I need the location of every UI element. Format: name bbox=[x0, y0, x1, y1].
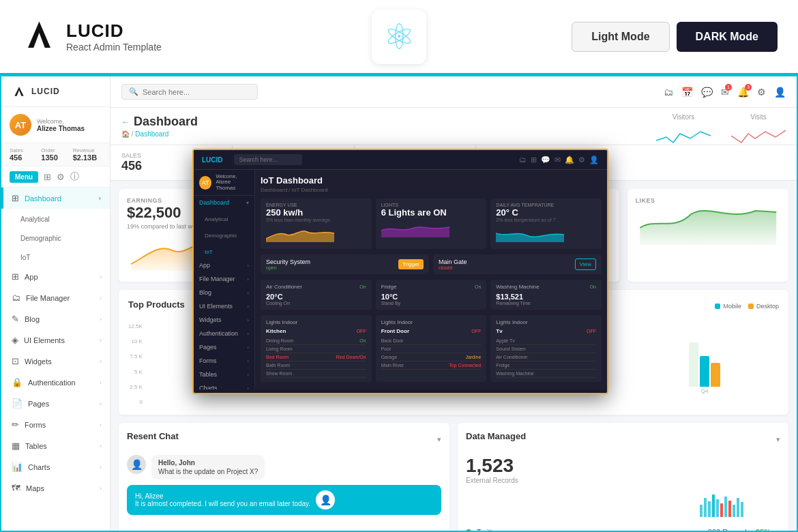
security-system-label: Security System bbox=[266, 258, 310, 265]
sidebar-item-tables[interactable]: ▦ Tables › bbox=[1, 435, 110, 456]
settings-icon[interactable]: ⚙ bbox=[757, 87, 766, 98]
kitchen-toggle[interactable]: OFF bbox=[357, 329, 366, 334]
washing-header: Washing Machine On bbox=[496, 284, 596, 290]
iot-nav-pages[interactable]: Pages › bbox=[194, 340, 254, 354]
dashboard-icon: ⊞ bbox=[12, 193, 19, 203]
sidebar-item-iot[interactable]: IoT bbox=[1, 247, 110, 266]
bell-icon[interactable]: 🔔3 bbox=[737, 87, 749, 98]
ui-elements-label: UI Elements bbox=[24, 336, 65, 344]
iot-nav-authentication[interactable]: Authentication › bbox=[194, 327, 254, 340]
iot-light-bed: Bed Room Red Down/On bbox=[266, 353, 366, 361]
svg-rect-2 bbox=[704, 498, 707, 517]
main-river: Main River bbox=[381, 363, 404, 368]
welcome-text: Welcome, bbox=[37, 118, 85, 125]
iot-grid-icon[interactable]: ⊞ bbox=[531, 156, 537, 164]
front-door-toggle[interactable]: OFF bbox=[471, 329, 481, 334]
sidebar-item-file-manager[interactable]: 🗂 File Manager › bbox=[1, 287, 110, 308]
iot-light-pool: Pool bbox=[381, 345, 482, 353]
calendar-icon[interactable]: 📅 bbox=[681, 87, 693, 98]
iot-stat-temperature: DAILY AVG TEMPRATURE 20° C 2% less tempe… bbox=[490, 198, 602, 249]
iot-nav-iot[interactable]: IoT bbox=[194, 242, 254, 258]
sidebar-item-pages[interactable]: 📄 Pages › bbox=[1, 393, 110, 414]
iot-nav-widgets[interactable]: Widgets › bbox=[194, 313, 254, 327]
iot-nav-charts[interactable]: Charts › bbox=[194, 381, 254, 389]
avatar: AT bbox=[10, 114, 31, 136]
iot-charts-label: Charts bbox=[199, 385, 218, 389]
svg-rect-8 bbox=[728, 501, 731, 517]
search-input[interactable] bbox=[143, 88, 250, 96]
iot-nav-dashboard[interactable]: Dashboard ▾ bbox=[194, 196, 254, 209]
menu-button[interactable]: Menu bbox=[10, 171, 38, 183]
iot-settings-icon[interactable]: ⚙ bbox=[578, 156, 585, 164]
sidebar-item-authentication[interactable]: 🔒 Authentication › bbox=[1, 372, 110, 393]
grid-icon[interactable]: ⊞ bbox=[44, 172, 51, 182]
iot-light-apple-tv: Apple Tv bbox=[496, 337, 596, 345]
user-icon[interactable]: 👤 bbox=[774, 87, 786, 98]
sidebar-user: AT Welcome, Alizee Thomas bbox=[1, 107, 110, 143]
iot-nav-blog[interactable]: Blog › bbox=[194, 286, 254, 299]
sidebar-item-blog[interactable]: ✎ Blog › bbox=[1, 308, 110, 329]
iot-nav-file-manager[interactable]: File Manager › bbox=[194, 272, 254, 286]
logo-text: LUCID React Admin Template bbox=[66, 20, 162, 53]
sidebar-item-forms[interactable]: ✏ Forms › bbox=[1, 414, 110, 435]
iot-nav-demographic[interactable]: Demographic bbox=[194, 226, 254, 242]
ac-name: Air Conditioner bbox=[266, 284, 302, 290]
sidebar-item-widgets[interactable]: ⊡ Widgets › bbox=[1, 351, 110, 372]
sidebar-item-dashboard[interactable]: ⊞ Dashboard ▾ bbox=[1, 188, 110, 209]
iot-email-icon[interactable]: ✉ bbox=[555, 156, 561, 164]
iot-user-icon[interactable]: 👤 bbox=[589, 156, 599, 164]
light-mode-button[interactable]: Light Mode bbox=[572, 22, 669, 52]
iot-nav-tables[interactable]: Tables › bbox=[194, 368, 254, 381]
kitchen-location: Kitchen bbox=[266, 328, 286, 334]
logo-area: LUCID React Admin Template bbox=[20, 18, 162, 55]
authentication-icon: 🔒 bbox=[12, 377, 23, 387]
fridge-value: 10°C bbox=[381, 293, 482, 301]
sidebar-item-demographic[interactable]: Demographic bbox=[1, 228, 110, 247]
iot-nav-ui-elements[interactable]: UI Elements › bbox=[194, 299, 254, 313]
iot-nav-app[interactable]: App › bbox=[194, 258, 254, 272]
sidebar-item-analytical[interactable]: Analytical bbox=[1, 209, 110, 228]
sidebar-item-app[interactable]: ⊞ App › bbox=[1, 266, 110, 287]
stat-revenue-label: Revenue bbox=[73, 147, 102, 153]
ac-tv: Air Conditioner bbox=[496, 355, 527, 359]
stat-sales-val: 456 bbox=[10, 153, 38, 162]
user-name: Alizee Thomas bbox=[37, 125, 85, 132]
chat-expand-icon[interactable]: ▾ bbox=[437, 435, 441, 444]
john-avatar: 👤 bbox=[127, 455, 146, 474]
files-icon[interactable]: 🗂 bbox=[664, 87, 673, 98]
email-icon[interactable]: ✉1 bbox=[721, 87, 729, 98]
iot-search-input[interactable] bbox=[234, 154, 302, 165]
iot-files-icon[interactable]: 🗂 bbox=[519, 156, 527, 164]
iot-nav-analytical[interactable]: Analytical bbox=[194, 209, 254, 226]
main-gate-view-button[interactable]: View bbox=[575, 258, 596, 270]
iot-chat-icon[interactable]: 💬 bbox=[541, 156, 550, 164]
sidebar-item-maps[interactable]: 🗺 Maps › bbox=[1, 477, 110, 499]
data-expand-icon[interactable]: ▾ bbox=[776, 435, 780, 444]
forms-arrow: › bbox=[100, 422, 102, 428]
iot-body: AT Welcome, Alizee Thomas Dashboard ▾ An… bbox=[194, 170, 607, 389]
washing-name: Washing Machine bbox=[496, 284, 539, 290]
info-icon[interactable]: ⓘ bbox=[70, 171, 79, 183]
dashboard-arrow: ▾ bbox=[98, 195, 102, 202]
sidebar-item-ui-elements[interactable]: ◈ UI Elements › bbox=[1, 329, 110, 351]
data-spark-chart bbox=[698, 491, 780, 518]
iot-security: Security System open Trigger Main Gate c… bbox=[261, 254, 602, 274]
iot-stat-lights: LIGHTS 6 Lights are ON bbox=[376, 198, 487, 249]
front-door-location: Front Door bbox=[381, 328, 409, 334]
charts-label: Charts bbox=[28, 463, 50, 471]
iot-username: Alizee Thomas bbox=[216, 179, 249, 191]
back-arrow-icon[interactable]: ← bbox=[121, 117, 130, 127]
sidebar-item-charts[interactable]: 📊 Charts › bbox=[1, 456, 110, 477]
reply-line2: It is almost completed. I will send you … bbox=[135, 500, 310, 507]
dark-mode-button[interactable]: DARK Mode bbox=[677, 22, 778, 52]
dash-title-area: ← Dashboard 🏠 / Dashboard bbox=[121, 115, 198, 138]
forms-icon: ✏ bbox=[12, 419, 19, 430]
security-trigger-button[interactable]: Trigger bbox=[398, 259, 424, 269]
settings-icon[interactable]: ⚙ bbox=[57, 172, 65, 182]
brand-subtitle: React Admin Template bbox=[66, 42, 162, 53]
iot-app-label: App bbox=[199, 262, 210, 269]
iot-bell-icon[interactable]: 🔔 bbox=[565, 156, 574, 164]
iot-nav-forms[interactable]: Forms › bbox=[194, 354, 254, 368]
chat-icon[interactable]: 💬 bbox=[701, 87, 713, 98]
tv-toggle[interactable]: OFF bbox=[587, 329, 596, 334]
